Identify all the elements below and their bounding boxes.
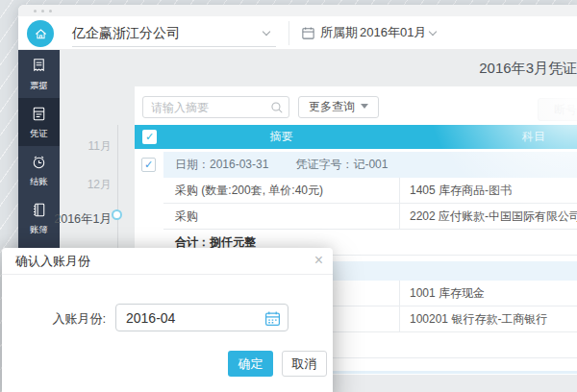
confirm-button[interactable]: 确定 xyxy=(228,351,273,377)
select-all-checkbox[interactable]: ✓ xyxy=(142,130,157,144)
sidebar-item-label: 结账 xyxy=(20,176,59,188)
more-query-button[interactable]: 更多查询 xyxy=(298,96,379,118)
home-button[interactable] xyxy=(27,20,54,47)
close-icon[interactable]: × xyxy=(314,248,323,275)
summary-cell: 采购 xyxy=(163,204,399,229)
window-dot-icon xyxy=(49,10,52,12)
chevron-down-icon xyxy=(429,28,437,36)
title-band: 2016年3月凭证 xyxy=(135,50,577,86)
voucher-checkbox[interactable]: ✓ xyxy=(141,158,156,172)
sidebar-item-label: 账簿 xyxy=(20,224,59,236)
search-box xyxy=(142,96,289,118)
column-header-account: 科目 xyxy=(399,125,577,149)
period-select[interactable]: 2016年01月 xyxy=(360,16,426,49)
month-field-label: 入账月份: xyxy=(2,310,106,328)
divider xyxy=(288,21,289,45)
voucher-icon xyxy=(30,105,48,123)
divider xyxy=(72,46,276,47)
home-icon xyxy=(34,27,48,41)
chevron-down-icon xyxy=(263,28,270,36)
voucher-card[interactable]: 日期：2016-03-31凭证字号：记-001 采购 (数量:200套, 单价:… xyxy=(163,152,577,256)
timeline-line xyxy=(117,125,118,248)
voucher-date: 日期：2016-03-31 xyxy=(175,158,268,171)
sidebar-item-label: 凭证 xyxy=(20,128,59,140)
timeline-month[interactable]: 11月 xyxy=(88,138,112,155)
caret-down-icon xyxy=(361,104,368,109)
more-query-label: 更多查询 xyxy=(309,100,355,113)
broken-number-button[interactable]: 断号整理 xyxy=(538,98,577,121)
account-cell: 1405 库存商品-图书 xyxy=(399,178,577,203)
period-label: 所属期 xyxy=(320,16,358,49)
window-chrome xyxy=(18,5,577,16)
modal-title: 确认入账月份 xyxy=(15,248,90,275)
sidebar-item-closing[interactable]: 结账 xyxy=(18,146,60,194)
timeline-month[interactable]: 12月 xyxy=(88,177,112,193)
page-title: 2016年3月凭证 xyxy=(479,50,577,86)
table-header: ✓ 摘要 科目 xyxy=(135,125,577,149)
summary-cell: 采购 (数量:200套, 单价:40元) xyxy=(163,178,399,203)
table-row[interactable]: 采购 (数量:200套, 单价:40元) 1405 库存商品-图书 xyxy=(163,178,577,204)
month-input-wrap xyxy=(115,304,288,331)
table-row[interactable]: 采购 2202 应付账款-中国国际有限公司 xyxy=(163,204,577,230)
voucher-number: 凭证字号：记-001 xyxy=(295,158,388,171)
topbar: 亿企赢浙江分公司 所属期 2016年01月 xyxy=(18,16,577,50)
calendar-icon[interactable] xyxy=(264,310,281,327)
account-cell: 1001 库存现金 xyxy=(399,281,577,306)
account-cell: 100201 银行存款-工商银行 xyxy=(399,306,577,331)
column-header-summary: 摘要 xyxy=(163,125,399,149)
ledger-icon xyxy=(30,201,48,219)
sidebar-item-bills[interactable]: 票据 xyxy=(18,50,60,98)
cancel-button[interactable]: 取消 xyxy=(282,351,327,377)
sidebar-item-label: 票据 xyxy=(20,80,59,92)
receipt-icon xyxy=(30,57,48,75)
confirm-month-modal: 确认入账月份 × 入账月份: 确定 取消 xyxy=(2,248,333,392)
sidebar-item-vouchers[interactable]: 凭证 xyxy=(18,98,60,146)
voucher-date-row: 日期：2016-03-31凭证字号：记-001 xyxy=(163,152,577,178)
company-select[interactable]: 亿企赢浙江分公司 xyxy=(72,16,180,49)
clock-icon xyxy=(30,153,48,171)
timeline-current-dot[interactable] xyxy=(112,209,122,220)
search-icon[interactable] xyxy=(270,101,284,114)
app-stage: 亿企赢浙江分公司 所属期 2016年01月 票据 xyxy=(0,0,577,392)
timeline-month-current[interactable]: 2016年1月 xyxy=(54,211,112,228)
window-dot-icon xyxy=(41,10,44,12)
modal-header: 确认入账月份 × xyxy=(2,248,333,275)
search-input[interactable] xyxy=(143,97,288,117)
account-cell: 2202 应付账款-中国国际有限公司 xyxy=(399,204,577,229)
window-dot-icon xyxy=(34,10,37,12)
month-input[interactable] xyxy=(116,305,288,331)
calendar-icon xyxy=(301,26,315,40)
